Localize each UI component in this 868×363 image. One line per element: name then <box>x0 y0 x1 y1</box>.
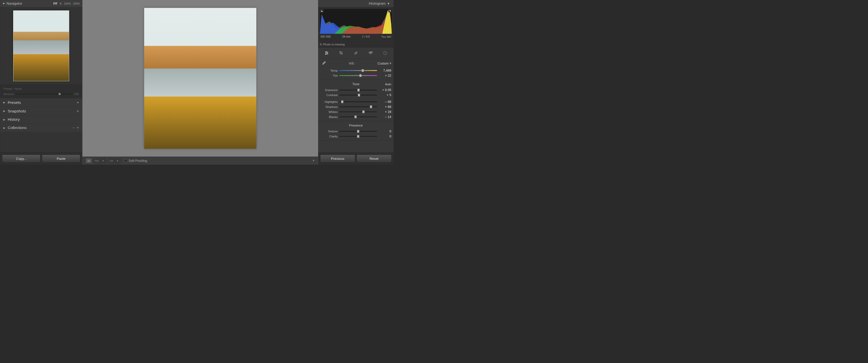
amount-slider[interactable] <box>16 94 72 94</box>
shutter-value: ¹⁄₄₀₀ sec <box>381 35 391 38</box>
missing-text: Photo is missing <box>323 43 345 46</box>
highlights-slider[interactable] <box>339 101 377 102</box>
snapshots-section[interactable]: ▶ Snapshots + <box>0 107 82 116</box>
texture-value: 0 <box>379 130 391 133</box>
right-panel: Histogram ▼ ◣ ◥ ISO 200 28 mm ƒ / 4.5 ¹⁄… <box>318 0 394 165</box>
contrast-knob[interactable] <box>358 94 360 97</box>
exposure-value: + 0.05 <box>379 88 391 92</box>
presets-section[interactable]: ▶ Presets + <box>0 98 82 107</box>
texture-knob[interactable] <box>357 130 359 133</box>
collapse-triangle-icon[interactable]: ▼ <box>387 2 390 5</box>
whites-knob[interactable] <box>362 110 365 113</box>
whites-value: + 28 <box>379 110 391 114</box>
blacks-knob[interactable] <box>354 116 357 119</box>
navigator-header[interactable]: ▼ Navigator FIT ⇅ 100% 200% <box>0 0 82 7</box>
clarity-knob[interactable] <box>357 135 359 138</box>
contrast-slider[interactable] <box>339 95 377 96</box>
collections-add-icon[interactable]: + <box>77 125 79 130</box>
collections-remove-icon[interactable]: – <box>72 125 75 130</box>
before-after-dropdown-icon[interactable]: ▾ <box>115 158 121 163</box>
navigator-title: Navigator <box>6 1 22 6</box>
amount-value: 100 <box>74 92 79 96</box>
temp-slider[interactable] <box>339 70 377 71</box>
tint-knob[interactable] <box>359 74 362 77</box>
main-photo[interactable] <box>144 8 256 149</box>
exposure-slider[interactable] <box>339 90 377 91</box>
svg-rect-6 <box>354 52 357 55</box>
presets-label: Presets <box>7 100 21 105</box>
texture-label: Texture <box>320 130 338 133</box>
amount-label: Amount <box>3 92 14 96</box>
iso-value: ISO 200 <box>320 35 331 38</box>
history-label: History <box>7 117 20 122</box>
warning-icon: ⎘ <box>320 43 322 46</box>
clarity-value: 0 <box>379 135 391 138</box>
shadows-knob[interactable] <box>370 105 372 108</box>
zoom-levels: FIT ⇅ 100% 200% <box>53 2 80 5</box>
amount-knob[interactable] <box>59 93 61 95</box>
auto-tone-button[interactable]: Auto <box>385 82 391 86</box>
blacks-slider[interactable] <box>339 117 377 118</box>
snapshots-add-icon[interactable]: + <box>77 109 79 113</box>
soft-proofing-checkbox[interactable] <box>124 159 127 162</box>
temp-value: 7,489 <box>379 69 391 73</box>
shadows-slider[interactable] <box>339 106 377 107</box>
expand-triangle-icon[interactable]: ▶ <box>3 101 5 104</box>
copy-button[interactable]: Copy... <box>2 155 40 163</box>
masking-icon[interactable] <box>382 50 388 56</box>
healing-icon[interactable] <box>353 50 359 56</box>
expand-triangle-icon[interactable]: ▶ <box>3 118 5 121</box>
zoom-fit[interactable]: FIT <box>53 2 57 5</box>
histogram-header[interactable]: Histogram ▼ <box>318 0 393 7</box>
exposure-knob[interactable] <box>357 89 360 92</box>
temp-knob[interactable] <box>361 69 364 72</box>
preset-amount-box: Preset : None Amount 100 <box>0 85 82 98</box>
shadows-value: + 68 <box>379 105 391 109</box>
collections-section[interactable]: ▶ Collections –+ <box>0 124 82 132</box>
preview-thumbnail[interactable] <box>13 10 69 81</box>
compare-dropdown-icon[interactable]: ▾ <box>100 158 106 163</box>
crop-icon[interactable] <box>338 50 344 56</box>
toolbar-options-icon[interactable]: ▼ <box>312 159 315 162</box>
wb-label: WB : <box>329 62 376 65</box>
eyedropper-icon[interactable] <box>320 60 327 67</box>
whites-slider[interactable] <box>339 111 377 112</box>
paste-button[interactable]: Paste <box>42 155 80 163</box>
canvas[interactable] <box>83 0 318 157</box>
collections-label: Collections <box>7 126 27 130</box>
highlights-label: Highlights <box>320 100 338 104</box>
tint-slider[interactable] <box>339 75 377 76</box>
texture-slider[interactable] <box>339 131 377 132</box>
highlights-knob[interactable] <box>341 100 344 103</box>
redeye-icon[interactable] <box>367 50 374 56</box>
expand-triangle-icon[interactable]: ▶ <box>3 126 5 130</box>
before-after-yy-icon[interactable]: Y|Y <box>108 158 115 163</box>
histogram-title: Histogram <box>369 1 385 6</box>
presets-add-icon[interactable]: + <box>77 100 79 105</box>
svg-point-9 <box>383 52 386 55</box>
edit-sliders-icon[interactable] <box>323 50 330 56</box>
highlights-value: – 88 <box>379 100 391 104</box>
collapse-triangle-icon[interactable]: ▼ <box>2 2 5 5</box>
navigator-preview[interactable] <box>0 7 82 85</box>
clarity-label: Clarity <box>320 135 338 138</box>
zoom-100[interactable]: 100% <box>64 2 71 5</box>
shadow-clip-icon[interactable]: ◣ <box>320 9 323 12</box>
highlight-clip-icon[interactable]: ◥ <box>388 9 391 12</box>
clarity-slider[interactable] <box>339 136 377 137</box>
histogram-graph[interactable]: ◣ ◥ <box>320 9 392 34</box>
compare-ra-icon[interactable]: R|A <box>94 158 100 163</box>
wb-dropdown[interactable]: Custom⇅ <box>377 62 391 65</box>
zoom-updown-icon[interactable]: ⇅ <box>60 2 62 5</box>
left-spacer <box>0 132 82 153</box>
tint-label: Tint <box>320 74 338 77</box>
loupe-view-icon[interactable]: ▭ <box>86 158 92 163</box>
expand-triangle-icon[interactable]: ▶ <box>3 109 5 113</box>
dropdown-icon[interactable]: ⇅ <box>390 62 391 65</box>
preset-label: Preset : None <box>3 87 79 91</box>
reset-button[interactable]: Reset <box>357 155 392 163</box>
tone-title: Tone <box>352 82 360 86</box>
history-section[interactable]: ▶ History <box>0 116 82 124</box>
zoom-200[interactable]: 200% <box>73 2 80 5</box>
previous-button[interactable]: Previous <box>320 155 355 163</box>
